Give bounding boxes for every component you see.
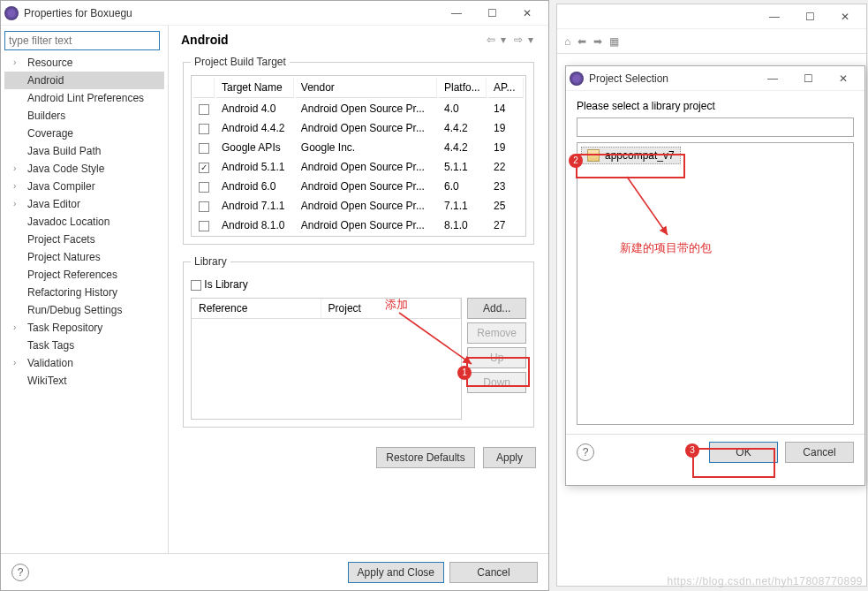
ps-filter-input[interactable] (577, 117, 854, 137)
target-row[interactable]: Android 4.4.2Android Open Source Pr...4.… (193, 119, 524, 137)
apply-button[interactable]: Apply (483, 447, 536, 468)
target-row[interactable]: Android 8.1.0Android Open Source Pr...8.… (193, 216, 524, 234)
tree-item[interactable]: Java Build Path (4, 142, 164, 160)
ps-item-label: appcompat_v7 (605, 149, 675, 162)
tree-item[interactable]: Run/Debug Settings (4, 301, 164, 319)
eclipse-icon (4, 6, 19, 20)
tree-item[interactable]: Builders (4, 107, 164, 125)
target-checkbox[interactable] (199, 163, 209, 173)
tree-item[interactable]: Project Facets (4, 231, 164, 248)
tree-item[interactable]: ›Java Compiler (4, 178, 164, 195)
project-selection-dialog: Project Selection — ☐ ✕ Please select a … (565, 65, 865, 486)
tree-item[interactable]: ›Java Code Style (4, 160, 164, 178)
target-checkbox[interactable] (199, 143, 209, 154)
target-row[interactable]: Android 5.1.1Android Open Source Pr...5.… (193, 158, 524, 176)
target-row[interactable]: Android 4.0Android Open Source Pr...4.01… (193, 100, 524, 117)
expand-icon[interactable]: › (13, 197, 16, 211)
bg-minimize-icon[interactable]: — (757, 6, 792, 27)
col-project[interactable]: Project (321, 299, 462, 318)
tree-item[interactable]: Refactoring History (4, 284, 164, 301)
tree-item[interactable]: ›Validation (4, 354, 164, 372)
target-api: 14 (488, 100, 524, 117)
col-platform[interactable]: Platfo... (439, 78, 487, 98)
target-row[interactable]: Google APIsGoogle Inc.4.4.219 (193, 139, 524, 156)
filter-input[interactable] (4, 31, 160, 50)
tree-item[interactable]: Android (4, 72, 164, 89)
ps-message: Please select a library project (577, 100, 854, 112)
ps-titlebar[interactable]: Project Selection — ☐ ✕ (566, 66, 864, 91)
header-nav: ⇦▾ ⇨▾ (484, 34, 536, 46)
forward-icon[interactable]: ⇨ (514, 34, 523, 46)
target-row[interactable]: Android 7.1.1Android Open Source Pr...7.… (193, 197, 524, 215)
new-perspective-icon[interactable]: ▦ (609, 35, 619, 48)
apply-and-close-button[interactable]: Apply and Close (348, 562, 444, 583)
target-table[interactable]: Target Name Vendor Platfo... AP... Andro… (191, 75, 526, 237)
ok-button[interactable]: OK (709, 442, 778, 463)
expand-icon[interactable]: › (13, 321, 16, 335)
properties-dialog: Properties for Boxuegu — ☐ ✕ ›ResourceAn… (0, 0, 549, 591)
tree-item[interactable]: ›Task Repository (4, 319, 164, 337)
help-icon[interactable]: ? (11, 564, 29, 581)
col-target-name[interactable]: Target Name (216, 78, 294, 98)
expand-icon[interactable]: › (13, 356, 16, 370)
tree-item[interactable]: Project References (4, 266, 164, 284)
tree-item[interactable]: WikiText (4, 372, 164, 390)
col-reference[interactable]: Reference (192, 299, 321, 318)
target-checkbox[interactable] (199, 201, 209, 212)
properties-titlebar[interactable]: Properties for Boxuegu — ☐ ✕ (1, 1, 548, 26)
nav-back-icon[interactable]: ⬅ (577, 35, 586, 48)
down-button: Down (467, 372, 526, 393)
target-api: 27 (488, 216, 524, 234)
col-api[interactable]: AP... (488, 78, 524, 98)
category-tree: ›ResourceAndroidAndroid Lint Preferences… (1, 26, 169, 553)
target-checkbox[interactable] (199, 104, 209, 115)
tree-item[interactable]: Task Tags (4, 337, 164, 354)
up-button: Up (467, 347, 526, 368)
ps-project-list[interactable]: appcompat_v7 (577, 142, 854, 425)
watermark: https://blog.csdn.net/hyh17808770899 (668, 575, 864, 587)
target-checkbox[interactable] (199, 182, 209, 193)
ps-help-icon[interactable]: ? (577, 443, 594, 461)
minimize-icon[interactable]: — (439, 3, 474, 24)
build-target-group: Project Build Target Target Name Vendor … (183, 56, 534, 245)
target-checkbox[interactable] (199, 124, 209, 134)
build-target-legend: Project Build Target (191, 56, 290, 68)
restore-defaults-button[interactable]: Restore Defaults (376, 447, 474, 468)
page-header: Android (181, 33, 484, 47)
is-library-checkbox[interactable] (191, 280, 201, 291)
eclipse-icon (570, 72, 584, 86)
tree-item-label: Project Natures (27, 251, 101, 263)
cancel-button[interactable]: Cancel (449, 562, 538, 583)
close-icon[interactable]: ✕ (509, 3, 545, 24)
tree-item[interactable]: Coverage (4, 125, 164, 142)
bg-maximize-icon[interactable]: ☐ (792, 6, 827, 27)
target-row[interactable]: Android 6.0Android Open Source Pr...6.02… (193, 178, 524, 195)
target-vendor: Android Open Source Pr... (296, 216, 437, 234)
back-icon[interactable]: ⇦ (487, 34, 495, 46)
maximize-icon[interactable]: ☐ (474, 3, 509, 24)
bg-close-icon[interactable]: ✕ (827, 6, 863, 27)
nav-home-icon[interactable]: ⌂ (564, 35, 570, 48)
tree-item-label: Java Code Style (27, 163, 104, 175)
expand-icon[interactable]: › (13, 162, 16, 176)
ps-list-item-appcompat[interactable]: appcompat_v7 (581, 147, 681, 164)
tree-item-label: Resource (27, 57, 72, 69)
expand-icon[interactable]: › (13, 56, 16, 70)
ps-minimize-icon[interactable]: — (755, 68, 790, 89)
tree-item[interactable]: ›Java Editor (4, 195, 164, 213)
ps-maximize-icon[interactable]: ☐ (790, 68, 826, 89)
target-api: 22 (488, 158, 524, 176)
target-checkbox[interactable] (199, 221, 209, 231)
expand-icon[interactable]: › (13, 179, 16, 193)
ps-close-icon[interactable]: ✕ (826, 68, 861, 89)
col-vendor[interactable]: Vendor (296, 78, 437, 98)
add-button[interactable]: Add... (467, 298, 526, 319)
target-api: 19 (488, 139, 524, 156)
tree-item[interactable]: Javadoc Location (4, 213, 164, 231)
reference-table[interactable]: Reference Project (191, 298, 462, 420)
tree-item[interactable]: ›Resource (4, 54, 164, 72)
nav-fwd-icon[interactable]: ➡ (593, 35, 602, 48)
tree-item[interactable]: Android Lint Preferences (4, 89, 164, 107)
tree-item[interactable]: Project Natures (4, 248, 164, 266)
ps-cancel-button[interactable]: Cancel (785, 442, 854, 463)
